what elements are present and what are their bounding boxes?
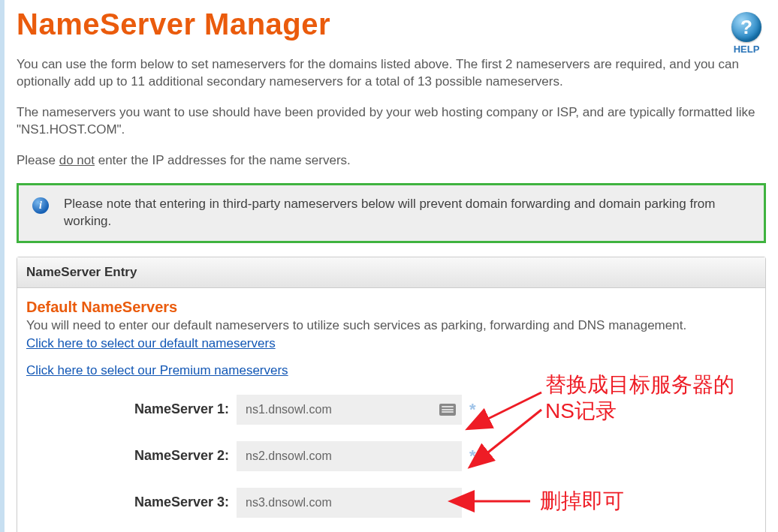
nameserver-1-input[interactable]: [237, 395, 462, 425]
help-link[interactable]: HELP: [731, 44, 761, 55]
nameserver-entry-panel: NameServer Entry Default NameServers You…: [17, 257, 766, 532]
intro-paragraph-3: Please do not enter the IP addresses for…: [17, 152, 766, 170]
nameserver-1-label: NameServer 1:: [26, 401, 229, 417]
required-mark: *: [469, 400, 476, 419]
nameserver-3-input[interactable]: [237, 488, 462, 518]
nameserver-2-label: NameServer 2:: [26, 448, 229, 464]
nameserver-3-label: NameServer 3:: [26, 494, 229, 510]
select-default-nameservers-link[interactable]: Click here to select our default nameser…: [26, 336, 276, 351]
panel-header: NameServer Entry: [17, 257, 765, 288]
intro-paragraph-1: You can use the form below to set namese…: [17, 56, 766, 91]
info-icon: i: [32, 197, 49, 214]
help-icon[interactable]: ?: [731, 12, 761, 42]
default-nameservers-desc: You will need to enter our default names…: [26, 317, 756, 335]
required-mark: *: [469, 446, 476, 466]
page-title: NameServer Manager: [17, 8, 330, 41]
notice-box: i Please note that entering in third-par…: [17, 183, 766, 243]
contact-card-icon[interactable]: [439, 404, 456, 416]
default-nameservers-heading: Default NameServers: [26, 299, 756, 316]
notice-text: Please note that entering in third-party…: [64, 196, 755, 230]
intro-paragraph-2: The nameservers you want to use should h…: [17, 104, 766, 139]
nameserver-2-input[interactable]: [237, 441, 462, 471]
select-premium-nameservers-link[interactable]: Click here to select our Premium nameser…: [26, 363, 288, 378]
